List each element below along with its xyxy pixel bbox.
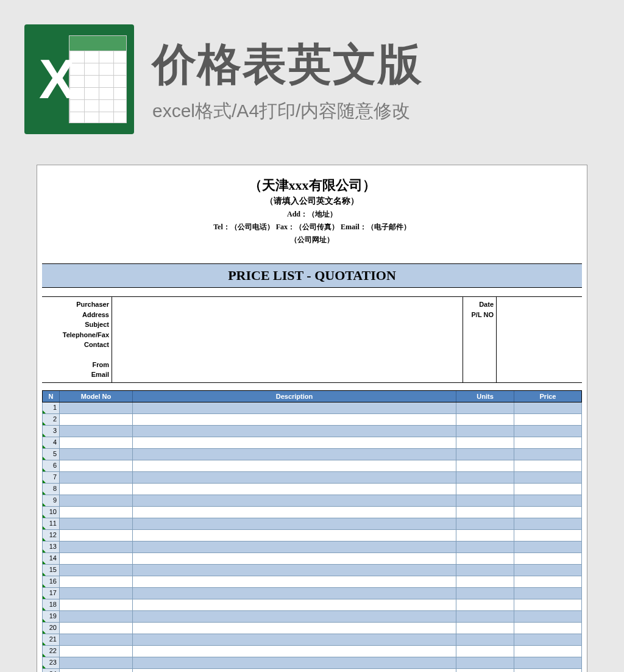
cell-description[interactable] xyxy=(133,623,456,634)
table-row[interactable]: 11 xyxy=(42,518,582,530)
cell-model[interactable] xyxy=(60,623,133,634)
cell-model[interactable] xyxy=(60,669,133,673)
table-row[interactable]: 20 xyxy=(42,623,582,634)
table-row[interactable]: 15 xyxy=(42,565,582,576)
cell-description[interactable] xyxy=(133,518,456,530)
cell-price[interactable] xyxy=(514,402,581,414)
cell-price[interactable] xyxy=(514,565,581,576)
table-row[interactable]: 24 xyxy=(42,669,582,673)
cell-n[interactable]: 16 xyxy=(43,576,60,588)
cell-model[interactable] xyxy=(60,576,133,588)
cell-units[interactable] xyxy=(456,646,514,657)
cell-n[interactable]: 5 xyxy=(43,449,60,460)
cell-description[interactable] xyxy=(133,576,456,588)
cell-model[interactable] xyxy=(60,495,133,507)
cell-n[interactable]: 15 xyxy=(43,565,60,576)
cell-units[interactable] xyxy=(456,518,514,530)
cell-description[interactable] xyxy=(133,507,456,518)
cell-n[interactable]: 2 xyxy=(43,414,60,426)
cell-n[interactable]: 11 xyxy=(43,518,60,530)
cell-units[interactable] xyxy=(456,669,514,673)
table-row[interactable]: 23 xyxy=(42,657,582,669)
table-row[interactable]: 7 xyxy=(42,472,582,484)
table-row[interactable]: 21 xyxy=(42,634,582,646)
cell-price[interactable] xyxy=(514,634,581,646)
cell-description[interactable] xyxy=(133,588,456,599)
cell-units[interactable] xyxy=(456,426,514,437)
cell-n[interactable]: 13 xyxy=(43,542,60,553)
cell-model[interactable] xyxy=(60,588,133,599)
cell-units[interactable] xyxy=(456,495,514,507)
cell-model[interactable] xyxy=(60,599,133,611)
cell-description[interactable] xyxy=(133,402,456,414)
cell-units[interactable] xyxy=(456,553,514,565)
cell-n[interactable]: 17 xyxy=(43,588,60,599)
cell-units[interactable] xyxy=(456,588,514,599)
cell-description[interactable] xyxy=(133,565,456,576)
cell-model[interactable] xyxy=(60,565,133,576)
cell-units[interactable] xyxy=(456,437,514,449)
cell-units[interactable] xyxy=(456,402,514,414)
table-row[interactable]: 4 xyxy=(42,437,582,449)
cell-description[interactable] xyxy=(133,599,456,611)
cell-n[interactable]: 3 xyxy=(43,426,60,437)
cell-price[interactable] xyxy=(514,588,581,599)
cell-units[interactable] xyxy=(456,657,514,669)
cell-description[interactable] xyxy=(133,646,456,657)
cell-price[interactable] xyxy=(514,553,581,565)
cell-price[interactable] xyxy=(514,657,581,669)
table-row[interactable]: 18 xyxy=(42,599,582,611)
cell-model[interactable] xyxy=(60,402,133,414)
cell-price[interactable] xyxy=(514,449,581,460)
cell-n[interactable]: 14 xyxy=(43,553,60,565)
cell-units[interactable] xyxy=(456,460,514,472)
cell-description[interactable] xyxy=(133,414,456,426)
table-row[interactable]: 5 xyxy=(42,449,582,460)
cell-model[interactable] xyxy=(60,634,133,646)
cell-price[interactable] xyxy=(514,472,581,484)
table-row[interactable]: 2 xyxy=(42,414,582,426)
cell-model[interactable] xyxy=(60,646,133,657)
cell-model[interactable] xyxy=(60,657,133,669)
table-row[interactable]: 17 xyxy=(42,588,582,599)
table-row[interactable]: 19 xyxy=(42,611,582,623)
cell-units[interactable] xyxy=(456,472,514,484)
cell-model[interactable] xyxy=(60,426,133,437)
cell-n[interactable]: 22 xyxy=(43,646,60,657)
cell-units[interactable] xyxy=(456,507,514,518)
cell-model[interactable] xyxy=(60,414,133,426)
cell-price[interactable] xyxy=(514,484,581,495)
table-row[interactable]: 12 xyxy=(42,530,582,542)
cell-model[interactable] xyxy=(60,484,133,495)
cell-price[interactable] xyxy=(514,426,581,437)
cell-units[interactable] xyxy=(456,623,514,634)
cell-description[interactable] xyxy=(133,553,456,565)
table-row[interactable]: 1 xyxy=(42,402,582,414)
cell-n[interactable]: 9 xyxy=(43,495,60,507)
cell-price[interactable] xyxy=(514,495,581,507)
cell-description[interactable] xyxy=(133,634,456,646)
cell-price[interactable] xyxy=(514,623,581,634)
cell-n[interactable]: 1 xyxy=(43,402,60,414)
cell-model[interactable] xyxy=(60,449,133,460)
info-left-values[interactable] xyxy=(112,297,463,382)
cell-model[interactable] xyxy=(60,611,133,623)
table-row[interactable]: 8 xyxy=(42,484,582,495)
cell-description[interactable] xyxy=(133,495,456,507)
cell-units[interactable] xyxy=(456,634,514,646)
cell-description[interactable] xyxy=(133,437,456,449)
cell-description[interactable] xyxy=(133,449,456,460)
table-row[interactable]: 13 xyxy=(42,542,582,553)
cell-model[interactable] xyxy=(60,542,133,553)
table-row[interactable]: 10 xyxy=(42,507,582,518)
cell-description[interactable] xyxy=(133,530,456,542)
cell-description[interactable] xyxy=(133,669,456,673)
cell-units[interactable] xyxy=(456,611,514,623)
cell-n[interactable]: 4 xyxy=(43,437,60,449)
cell-description[interactable] xyxy=(133,657,456,669)
cell-units[interactable] xyxy=(456,414,514,426)
cell-price[interactable] xyxy=(514,542,581,553)
cell-units[interactable] xyxy=(456,576,514,588)
cell-description[interactable] xyxy=(133,542,456,553)
cell-n[interactable]: 7 xyxy=(43,472,60,484)
